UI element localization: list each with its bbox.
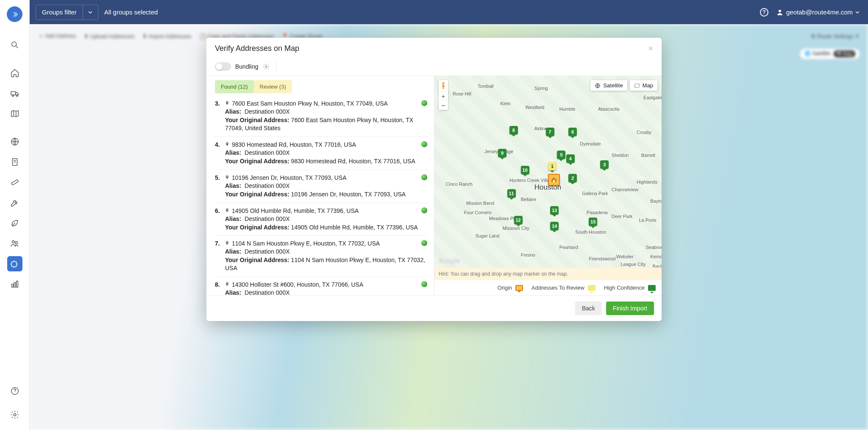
- finish-import-button[interactable]: Finish Import: [606, 302, 654, 315]
- map-type-map-label: Map: [643, 82, 653, 89]
- map-type-map[interactable]: Map: [630, 80, 657, 91]
- map-marker[interactable]: 10: [521, 166, 529, 174]
- city-label: Webster: [616, 254, 634, 259]
- city-label: Galena Park: [582, 191, 608, 196]
- zoom-out[interactable]: −: [439, 101, 448, 110]
- google-logo: Google: [439, 257, 460, 264]
- city-label: Bellaire: [521, 197, 537, 202]
- city-label: Kemah: [650, 254, 662, 259]
- map-marker[interactable]: 13: [550, 206, 559, 215]
- city-label: Tomball: [478, 84, 494, 89]
- city-label: Eastgate: [643, 95, 662, 100]
- address-row[interactable]: 7. 1104 N Sam Houston Pkwy E, Houston, T…: [215, 236, 429, 277]
- map-marker[interactable]: 11: [507, 189, 516, 198]
- city-label: Cinco Ranch: [446, 181, 473, 187]
- city-label: Atascocita: [598, 106, 620, 112]
- city-label: Sheldon: [612, 153, 629, 158]
- bundling-label: Bundling: [235, 63, 259, 70]
- map-marker[interactable]: 14: [550, 222, 559, 230]
- map-marker[interactable]: 7: [546, 128, 554, 136]
- city-label: Baytown: [650, 198, 662, 204]
- city-label: Highlands: [637, 179, 657, 184]
- map-marker[interactable]: 8: [509, 126, 518, 134]
- modal-title: Verify Addresses on Map: [215, 44, 299, 53]
- city-label: Pearland: [559, 245, 578, 250]
- gear-icon[interactable]: [263, 63, 270, 70]
- left-panel: Found (12) Review (3) 3. 7600 East Sam H…: [206, 76, 434, 295]
- map-marker[interactable]: 6: [568, 128, 577, 136]
- svg-rect-21: [442, 87, 443, 89]
- map-marker[interactable]: 12: [514, 216, 523, 224]
- city-label: Mission Bend: [466, 201, 494, 206]
- modal-body: Found (12) Review (3) 3. 7600 East Sam H…: [206, 76, 662, 295]
- map-type-satellite[interactable]: Satellite: [590, 80, 627, 91]
- confidence-dot: [421, 174, 427, 180]
- city-label: Four Corners: [464, 210, 492, 215]
- address-row[interactable]: 6. 14905 Old Humble Rd, Humble, TX 77396…: [215, 203, 429, 236]
- right-panel: + − Satellite Map Houston: [434, 76, 662, 295]
- city-label: Spring: [534, 86, 548, 91]
- legend-review-icon: [588, 285, 595, 291]
- divider: [276, 62, 277, 71]
- origin-label-marker[interactable]: 1: [548, 162, 556, 170]
- city-label: Dyersdale: [580, 141, 601, 146]
- confidence-dot: [421, 141, 427, 147]
- legend-review: Addresses To Review: [531, 285, 595, 291]
- city-label: Westfield: [525, 105, 544, 110]
- city-label: League City: [621, 262, 646, 267]
- city-label: La Porte: [639, 218, 657, 223]
- close-icon[interactable]: ×: [648, 44, 653, 53]
- address-list[interactable]: 3. 7600 East Sam Houston Pkwy N, Houston…: [206, 93, 434, 295]
- city-label: Sugar Land: [475, 233, 499, 238]
- modal-header: Verify Addresses on Map ×: [206, 38, 662, 59]
- city-label: Klein: [500, 101, 510, 106]
- city-label: South Houston: [575, 229, 606, 235]
- legend: Origin Addresses To Review High Confiden…: [434, 280, 662, 295]
- tab-review[interactable]: Review (3): [254, 80, 292, 93]
- svg-rect-24: [553, 180, 555, 182]
- tabs: Found (12) Review (3): [206, 76, 434, 93]
- map-marker[interactable]: 9: [498, 149, 506, 157]
- svg-point-18: [265, 66, 267, 67]
- legend-origin: Origin: [497, 285, 523, 291]
- map-marker[interactable]: 3: [600, 160, 609, 169]
- city-label: Fresno: [521, 252, 535, 257]
- map[interactable]: + − Satellite Map Houston: [434, 76, 662, 268]
- origin-marker[interactable]: [548, 174, 560, 186]
- address-row[interactable]: 8. 14300 Hollister St #600, Houston, TX …: [215, 277, 429, 295]
- zoom-in[interactable]: +: [439, 91, 448, 101]
- city-label: Seabrook: [645, 245, 662, 250]
- svg-point-19: [442, 82, 445, 84]
- pegman-icon[interactable]: [439, 80, 448, 91]
- modal-subbar: Bundling: [206, 59, 662, 76]
- verify-addresses-modal: Verify Addresses on Map × Bundling Found…: [206, 38, 662, 321]
- bundling-toggle[interactable]: [215, 62, 231, 71]
- city-label: Rose Hill: [453, 91, 471, 96]
- city-label: Channelview: [612, 187, 638, 192]
- city-label: Crosby: [637, 130, 651, 135]
- city-label: Aldine: [534, 126, 548, 131]
- map-marker[interactable]: 5: [557, 151, 565, 159]
- legend-high-icon: [648, 285, 656, 291]
- back-button[interactable]: Back: [575, 302, 602, 315]
- confidence-dot: [421, 100, 427, 106]
- modal-backdrop: Verify Addresses on Map × Bundling Found…: [0, 0, 868, 430]
- svg-rect-20: [442, 84, 445, 87]
- map-marker[interactable]: 15: [589, 218, 597, 226]
- legend-origin-icon: [515, 285, 523, 291]
- map-type-satellite-label: Satellite: [603, 82, 623, 89]
- map-marker[interactable]: 4: [566, 154, 575, 163]
- address-row[interactable]: 5. 10196 Jensen Dr, Houston, TX 77093, U…: [215, 170, 429, 203]
- map-controls: + −: [439, 80, 448, 110]
- address-row[interactable]: 3. 7600 East Sam Houston Pkwy N, Houston…: [215, 96, 429, 137]
- modal-footer: Back Finish Import: [206, 295, 662, 321]
- legend-high: High Confidence: [604, 285, 656, 291]
- city-label: Humble: [559, 106, 576, 112]
- hint-bar: Hint: You can drag and drop any map mark…: [434, 268, 662, 280]
- confidence-dot: [421, 207, 427, 213]
- svg-rect-22: [444, 87, 445, 89]
- city-label: Barrett: [641, 153, 655, 158]
- tab-found[interactable]: Found (12): [215, 80, 254, 93]
- map-marker[interactable]: 2: [568, 174, 577, 182]
- address-row[interactable]: 4. 9830 Homestead Rd, Houston, TX 77016,…: [215, 137, 429, 170]
